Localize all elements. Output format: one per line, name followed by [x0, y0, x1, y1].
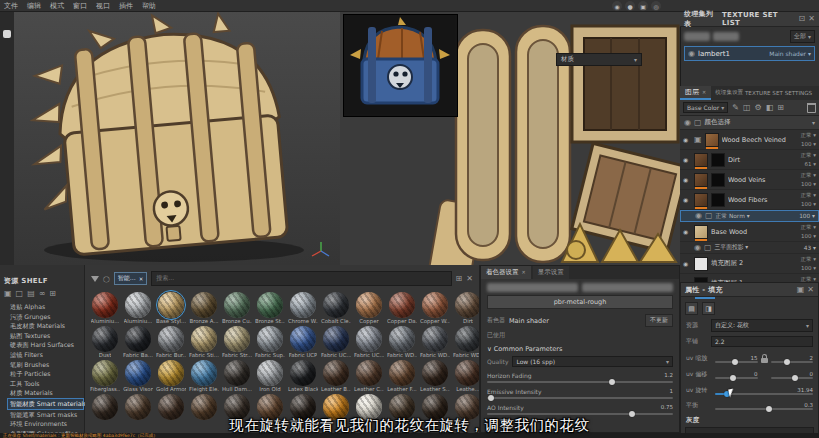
eye-icon[interactable]: ◉: [683, 156, 691, 163]
shelf-category[interactable]: 智能材质 Smart materials: [7, 398, 84, 410]
blend-mode[interactable]: 正常 ▾: [800, 132, 816, 138]
uv-scale-slider-1[interactable]: [715, 361, 758, 363]
material-item[interactable]: [322, 394, 350, 427]
material-sphere[interactable]: [455, 292, 480, 318]
material-sphere[interactable]: [389, 394, 415, 420]
layer-row[interactable]: ◉Dirt正常 ▾61 ▾: [680, 150, 819, 170]
blend-mode[interactable]: 正常 ▾: [800, 224, 816, 230]
material-sphere[interactable]: [422, 394, 448, 420]
tab-layers[interactable]: 图层 ✕: [680, 86, 711, 100]
resource-dropdown[interactable]: 自定义: 花纹 ▾: [711, 319, 813, 332]
material-sphere[interactable]: [323, 292, 349, 318]
material-item[interactable]: Dust: [91, 326, 119, 359]
material-sphere[interactable]: [191, 292, 217, 318]
material-sphere[interactable]: [389, 326, 415, 352]
remove-icon[interactable]: ✕: [139, 276, 144, 282]
layer-blend-opacity[interactable]: 正常 ▾100 ▾: [800, 223, 816, 240]
material-sphere[interactable]: [356, 292, 382, 318]
eye-icon[interactable]: ◉: [695, 212, 702, 220]
material-item[interactable]: Hull Dam...: [223, 360, 251, 393]
layer-blend-opacity[interactable]: 正常 ▾100 ▾: [800, 275, 816, 282]
filter-funnel-icon[interactable]: [91, 276, 99, 282]
sub-opacity[interactable]: 100 ▾: [799, 213, 815, 219]
shader-param-slider[interactable]: [487, 397, 673, 399]
material-item[interactable]: [454, 394, 480, 427]
material-sphere[interactable]: [191, 360, 217, 386]
opacity-value[interactable]: 100 ▾: [801, 233, 816, 239]
add-folder-icon[interactable]: ⊞: [777, 104, 784, 112]
material-sphere[interactable]: [290, 394, 316, 420]
material-item[interactable]: Fabric UC...: [322, 326, 350, 359]
layer-blend-opacity[interactable]: 正常 ▾100 ▾: [800, 255, 816, 272]
material-sphere[interactable]: [422, 326, 448, 352]
material-item[interactable]: [388, 394, 416, 427]
material-item[interactable]: Bronze Cu...: [223, 292, 251, 325]
close-icon[interactable]: ✕: [808, 15, 815, 23]
shader-param-slider[interactable]: [487, 413, 673, 415]
new-file-icon[interactable]: □: [16, 289, 24, 298]
material-item[interactable]: Bronze A...: [190, 292, 218, 325]
material-item[interactable]: Fabric Sti...: [190, 326, 218, 359]
material-sphere[interactable]: [158, 394, 184, 420]
menu-item[interactable]: 编辑: [27, 1, 41, 11]
account-icon[interactable]: ●: [625, 1, 635, 11]
material-sphere[interactable]: [356, 394, 382, 420]
blend-mode[interactable]: 正常 ▾: [800, 152, 816, 158]
material-sphere[interactable]: [455, 360, 480, 386]
material-sphere[interactable]: [323, 360, 349, 386]
shelf-category[interactable]: 工具 Tools: [10, 379, 84, 389]
dock-icon[interactable]: ⊡: [799, 15, 806, 23]
material-sphere[interactable]: [92, 326, 118, 352]
blend-mode[interactable]: 正常 ▾: [800, 256, 816, 262]
uv-scale-slider-2[interactable]: [771, 361, 814, 363]
channel-view-dropdown[interactable]: 材质 ▾: [556, 53, 642, 66]
material-item[interactable]: Bronze St...: [256, 292, 284, 325]
shelf-category[interactable]: 环境 Environments: [10, 419, 84, 429]
active-tool-icon[interactable]: [3, 30, 11, 38]
material-sphere[interactable]: [323, 326, 349, 352]
layer-mask-thumbnail[interactable]: [711, 173, 725, 187]
material-item[interactable]: Aluminiu...: [91, 292, 119, 325]
material-sphere[interactable]: [92, 394, 118, 420]
shelf-category[interactable]: 贴图 Textures: [10, 331, 84, 341]
material-item[interactable]: [223, 394, 251, 427]
material-item[interactable]: Fabric Str...: [223, 326, 251, 359]
material-item[interactable]: Fabric UC...: [355, 326, 383, 359]
layer-mask-thumbnail[interactable]: [711, 193, 725, 207]
blurred-button[interactable]: [713, 32, 739, 41]
eye-icon[interactable]: ◉: [683, 260, 691, 267]
shelf-category[interactable]: 材质 Materials: [10, 388, 84, 398]
material-item[interactable]: [355, 394, 383, 427]
material-item[interactable]: [256, 394, 284, 427]
layer-thumbnail[interactable]: [694, 153, 708, 167]
grid-view-icon[interactable]: ⊞: [456, 275, 463, 283]
eye-icon[interactable]: ◉: [694, 244, 701, 252]
eye-icon[interactable]: ◉: [683, 196, 691, 203]
eye-icon[interactable]: ◉: [688, 50, 695, 58]
search-input[interactable]: 搜索...: [151, 271, 451, 286]
material-sphere[interactable]: [455, 394, 480, 420]
eye-icon[interactable]: ◉: [684, 119, 691, 127]
pin-icon[interactable]: ▣: [797, 286, 805, 294]
material-item[interactable]: [124, 394, 152, 427]
material-sphere[interactable]: [290, 292, 316, 318]
layer-blend-opacity[interactable]: 正常 ▾100 ▾: [800, 171, 816, 188]
material-item[interactable]: [421, 394, 449, 427]
material-item[interactable]: Copper W...: [421, 292, 449, 325]
material-sphere[interactable]: [125, 326, 151, 352]
material-sphere[interactable]: [422, 292, 448, 318]
material-sphere[interactable]: [224, 394, 250, 420]
material-item[interactable]: Base Styl...: [157, 292, 185, 325]
material-item[interactable]: Copper Da...: [388, 292, 416, 325]
material-sphere[interactable]: [92, 360, 118, 386]
layer-row[interactable]: ◉▣Wood Beech Veined正常 ▾100 ▾: [680, 130, 819, 150]
material-item[interactable]: Aluminiu...: [124, 292, 152, 325]
material-item[interactable]: Leather C...: [355, 360, 383, 393]
blurred-button[interactable]: [487, 283, 578, 292]
layer-row[interactable]: ◉填充图层 2正常 ▾100 ▾: [680, 254, 819, 274]
material-item[interactable]: Iron Old: [256, 360, 284, 393]
channel-filter-dropdown[interactable]: Base Color ▾: [683, 102, 728, 113]
material-sphere[interactable]: [224, 326, 250, 352]
material-item[interactable]: [91, 394, 119, 427]
material-sphere[interactable]: [158, 292, 184, 318]
